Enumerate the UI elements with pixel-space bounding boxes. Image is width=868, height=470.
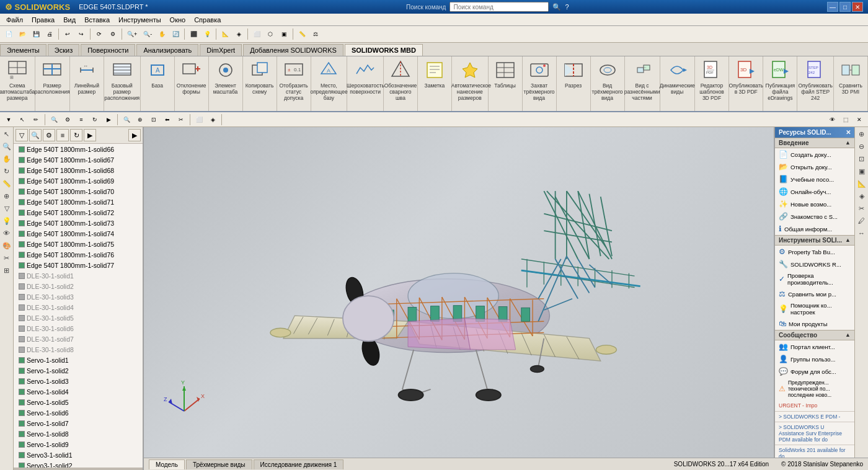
tree-item[interactable]: Servo-1-solid9 <box>14 439 143 450</box>
tree-item[interactable]: DLE-30-1-solid3 <box>14 291 143 302</box>
schema-icon[interactable]: ⊞ <box>6 59 29 81</box>
status-tab-3d-views[interactable]: Трёхмерные виды <box>186 459 252 469</box>
note-icon[interactable] <box>423 59 446 81</box>
measure-btn[interactable]: 📏 <box>296 27 308 41</box>
tree-item[interactable]: Servo-1-solid8 <box>14 428 143 439</box>
tree-item[interactable]: Edge 540T 1800mm-1-solid76 <box>14 249 143 260</box>
vt-rotate[interactable]: ↻ <box>1 166 12 177</box>
menu-item-tools[interactable]: Инструменты <box>115 15 165 25</box>
close-view-btn[interactable]: ✕ <box>853 113 866 126</box>
menu-item-insert[interactable]: Вставка <box>81 15 113 25</box>
dynamic-icon[interactable] <box>666 59 688 81</box>
lp-play[interactable]: ▶ <box>84 129 96 141</box>
tab-analyze[interactable]: Анализировать <box>136 44 198 56</box>
rp-item-online[interactable]: 🌐 Онлайн-обуч... <box>775 185 854 198</box>
rp-item-forum[interactable]: 💬 Форум для обс... <box>775 365 854 378</box>
rp-section-intro[interactable]: Введение ▲ <box>775 138 854 148</box>
tree-item[interactable]: DLE-30-1-solid1 <box>14 270 143 281</box>
options-btn[interactable]: ⚙ <box>107 27 119 41</box>
rvt-display-style[interactable]: ▣ <box>856 166 867 177</box>
tree-item[interactable]: DLE-30-1-solid7 <box>14 334 143 344</box>
step-icon[interactable]: STEP242 <box>804 59 826 81</box>
select-btn[interactable]: ↖ <box>16 113 29 126</box>
rp-item-portal[interactable]: 👥 Портал клиент... <box>775 340 854 353</box>
rp-item-my-products[interactable]: 🛍 Мои продукты <box>775 317 854 330</box>
rp-item-compare-models[interactable]: ⚖ Сравнить мои р... <box>775 288 854 300</box>
base-icon[interactable]: A <box>146 59 169 81</box>
edrawings-icon[interactable]: eDW <box>769 59 791 81</box>
capture-icon[interactable] <box>528 59 551 81</box>
tree-item[interactable]: Servo-1-solid6 <box>14 407 143 418</box>
display-state-btn[interactable]: 💡 <box>201 27 213 41</box>
tree-item[interactable]: Servo-1-solid7 <box>14 418 143 428</box>
rp-section-tools[interactable]: Инструменты SOLI... ▲ <box>775 235 854 246</box>
vt-hide[interactable]: 👁 <box>1 228 12 239</box>
rp-item-performance[interactable]: ✓ Проверкапроизводитель... <box>775 270 854 288</box>
vt-filter[interactable]: ▽ <box>1 203 12 214</box>
tree-item[interactable]: Edge 540T 1800mm-1-solid70 <box>14 186 143 197</box>
tables-icon[interactable] <box>494 59 516 81</box>
menu-item-edit[interactable]: Правка <box>28 15 58 25</box>
status-tab-motion[interactable]: Исследование движения 1 <box>254 459 344 469</box>
tree-item[interactable]: Edge 540T 1800mm-1-solid74 <box>14 228 143 239</box>
tree-item[interactable]: Servo-1-solid4 <box>14 386 143 397</box>
datum-icon[interactable]: A <box>317 59 340 81</box>
tree-item[interactable]: Servo-1-solid2 <box>14 365 143 376</box>
menu-item-window[interactable]: Окно <box>166 15 190 25</box>
maximize-button[interactable]: □ <box>839 2 851 12</box>
rotate-btn[interactable]: 🔄 <box>169 27 182 41</box>
rp-item-create[interactable]: 📄 Создать доку... <box>775 148 854 161</box>
tree-item[interactable]: Edge 540T 1800mm-1-solid72 <box>14 207 143 218</box>
tab-sw-addins[interactable]: Добавления SOLIDWORKS <box>243 44 343 56</box>
filter-btn[interactable]: ▼ <box>2 113 15 126</box>
rp-item-sw-rx[interactable]: 🔧 SOLIDWORKS R... <box>775 258 854 270</box>
tree-item[interactable]: Servo3-1-solid2 <box>14 460 143 468</box>
tree-item[interactable]: DLE-30-1-solid2 <box>14 281 143 291</box>
minimize-button[interactable]: — <box>827 2 838 12</box>
news-item-3[interactable]: SolidWorks 201 available for do <box>775 445 854 458</box>
view-sel-btn[interactable]: 🔍 <box>120 113 133 126</box>
lp-settings[interactable]: ⚙ <box>43 129 55 141</box>
vt-appearance[interactable]: 🎨 <box>1 240 12 251</box>
tab-sw-mbd[interactable]: SOLIDWORKS MBD <box>345 44 423 56</box>
rp-item-prop-tab[interactable]: ⚙ Property Tab Bu... <box>775 246 854 258</box>
close-button[interactable]: ✕ <box>852 2 863 12</box>
search-icon[interactable]: 🔍 <box>552 3 561 11</box>
news-urgent[interactable]: URGENT - Impo <box>775 400 854 412</box>
rp-item-info[interactable]: ℹ Общая информ... <box>775 223 854 235</box>
view-prev-btn[interactable]: ⬅ <box>161 113 174 126</box>
tree-item[interactable]: DLE-30-1-solid6 <box>14 323 143 334</box>
rvt-fit[interactable]: ⊡ <box>856 153 867 164</box>
vt-display[interactable]: 💡 <box>1 215 12 226</box>
rvt-dim[interactable]: ↔ <box>856 228 867 239</box>
right-panel-content[interactable]: Введение ▲ 📄 Создать доку... 📂 Открыть д… <box>775 138 854 458</box>
viewport[interactable]: X Y Z <box>144 127 774 458</box>
resize-btn[interactable]: ⬚ <box>839 113 852 126</box>
menu-item-file[interactable]: Файл <box>2 15 27 25</box>
isometric-btn[interactable]: ◈ <box>232 27 245 41</box>
vt-pan[interactable]: ✋ <box>1 153 12 164</box>
lp-expand[interactable]: ≡ <box>56 129 69 141</box>
rvt-zoom-out[interactable]: ⊖ <box>856 141 867 152</box>
section-icon[interactable] <box>562 59 585 81</box>
hidden-btn[interactable]: ▣ <box>278 27 290 41</box>
mass-prop-btn[interactable]: ⚖ <box>309 27 322 41</box>
size-layout-icon[interactable] <box>41 59 63 81</box>
tree-item[interactable]: Edge 540T 1800mm-1-solid67 <box>14 154 143 165</box>
lp-search[interactable]: 🔍 <box>29 129 42 141</box>
rp-item-new-features[interactable]: ✨ Новые возмо... <box>775 198 854 210</box>
shaded-btn[interactable]: ⬜ <box>250 27 263 41</box>
open-btn[interactable]: 📂 <box>16 27 29 41</box>
rebuild-btn[interactable]: ⟳ <box>93 27 105 41</box>
3d-view-icon[interactable] <box>596 59 619 81</box>
rvt-view-orient[interactable]: 📐 <box>856 178 867 189</box>
front-view-btn[interactable]: ⬜ <box>193 113 205 126</box>
rvt-section[interactable]: ✂ <box>856 203 867 214</box>
redo-btn[interactable]: ↪ <box>75 27 87 41</box>
print-btn[interactable]: 🖨 <box>43 27 56 41</box>
lp-refresh[interactable]: ↻ <box>70 129 82 141</box>
zoom-out-btn[interactable]: 🔍- <box>141 27 154 41</box>
auto-dim-icon[interactable] <box>459 59 481 81</box>
right-panel-close[interactable]: ✕ <box>846 129 851 136</box>
rp-item-warnings[interactable]: ⚠ Предупрежден...технической по...послед… <box>775 378 854 400</box>
